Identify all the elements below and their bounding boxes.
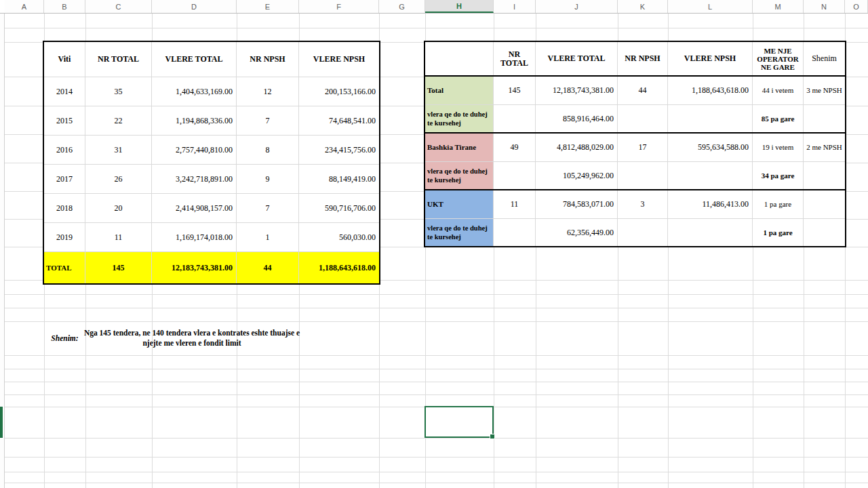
- cell-vlere[interactable]: 1,188,643,618.00: [668, 77, 753, 104]
- cell-vlere[interactable]: [668, 219, 753, 246]
- column-header-o[interactable]: O: [845, 0, 868, 13]
- cell-vlere[interactable]: 88,149,419.00: [299, 165, 379, 193]
- cell-vlere[interactable]: 4,812,488,029.00: [536, 134, 618, 161]
- cell-nr[interactable]: 44: [237, 252, 299, 283]
- cell-nr[interactable]: 26: [85, 165, 152, 193]
- cell-viti[interactable]: 2015: [44, 106, 85, 135]
- header-operator[interactable]: ME NJE OPERATOR NE GARE: [753, 42, 804, 75]
- cell-shenim[interactable]: [804, 219, 845, 246]
- header-nr-npsh[interactable]: NR NPSH: [618, 42, 668, 75]
- header-vlere-total[interactable]: VLERE TOTAL: [536, 42, 618, 75]
- cell-nr[interactable]: 17: [618, 134, 668, 161]
- cell-vlere[interactable]: 858,916,464.00: [536, 105, 618, 132]
- cell-nr[interactable]: 1: [237, 223, 299, 251]
- cell-vlere[interactable]: 1,188,643,618.00: [299, 252, 379, 283]
- cell-vlere[interactable]: 1,194,868,336.00: [152, 106, 237, 135]
- selected-cell[interactable]: [425, 406, 494, 438]
- cell-nr[interactable]: 11: [85, 223, 152, 251]
- cell-vlere[interactable]: 12,183,743,381.00: [152, 252, 237, 283]
- cell-nr[interactable]: 49: [494, 134, 536, 161]
- cell-nr[interactable]: 31: [85, 136, 152, 164]
- column-header-f[interactable]: F: [299, 0, 379, 13]
- column-header-n[interactable]: N: [804, 0, 845, 13]
- header-shenim[interactable]: Shenim: [804, 42, 845, 75]
- cell-vlere[interactable]: 12,183,743,381.00: [536, 77, 618, 104]
- column-header-m[interactable]: M: [753, 0, 804, 13]
- cell-vlere[interactable]: 11,486,413.00: [668, 190, 753, 218]
- cell-operator[interactable]: 34 pa gare: [753, 162, 804, 189]
- cell-vlere[interactable]: 590,716,706.00: [299, 194, 379, 222]
- cell-nr[interactable]: 7: [237, 194, 299, 222]
- column-header-k[interactable]: K: [618, 0, 668, 13]
- cell-vlere[interactable]: 595,634,588.00: [668, 134, 753, 161]
- cell-nr[interactable]: 12: [237, 77, 299, 106]
- cell-operator[interactable]: 44 i vetem: [753, 77, 804, 104]
- note-text[interactable]: Nga 145 tendera, ne 140 tendera vlera e …: [79, 321, 305, 355]
- column-header-l[interactable]: L: [668, 0, 753, 13]
- cell-nr[interactable]: 3: [618, 190, 668, 218]
- column-header-a[interactable]: A: [5, 0, 44, 13]
- cell-label[interactable]: UKT: [425, 190, 494, 218]
- cell-nr[interactable]: [618, 219, 668, 246]
- cell-vlere[interactable]: 2,414,908,157.00: [152, 194, 237, 222]
- cell-nr[interactable]: 11: [494, 190, 536, 218]
- column-header-j[interactable]: J: [536, 0, 618, 13]
- header-nr-total[interactable]: NR TOTAL: [85, 42, 152, 77]
- cell-vlere[interactable]: 3,242,718,891.00: [152, 165, 237, 193]
- cell-vlere[interactable]: [668, 162, 753, 189]
- cell-nr[interactable]: 8: [237, 136, 299, 164]
- cell-vlere[interactable]: [668, 105, 753, 132]
- cell-vlere[interactable]: 1,404,633,169.00: [152, 77, 237, 106]
- cell-viti[interactable]: 2016: [44, 136, 85, 164]
- cell-operator[interactable]: 19 i vetem: [753, 134, 804, 161]
- cell-operator[interactable]: 1 pa gare: [753, 219, 804, 246]
- cell-nr[interactable]: 35: [85, 77, 152, 106]
- cell-label[interactable]: vlera qe do te duhej te kursehej: [425, 162, 494, 189]
- header-blank[interactable]: [425, 42, 494, 75]
- cell-shenim[interactable]: 3 me NPSH: [804, 77, 845, 104]
- cell-vlere[interactable]: 1,169,174,018.00: [152, 223, 237, 251]
- cell-viti[interactable]: 2018: [44, 194, 85, 222]
- cell-vlere[interactable]: 105,249,962.00: [536, 162, 618, 189]
- column-header-e[interactable]: E: [237, 0, 299, 13]
- cell-shenim[interactable]: [804, 162, 845, 189]
- cell-label[interactable]: Total: [425, 77, 494, 104]
- cell-nr[interactable]: 22: [85, 106, 152, 135]
- cell-operator[interactable]: 85 pa gare: [753, 105, 804, 132]
- cell-shenim[interactable]: 2 me NPSH: [804, 134, 845, 161]
- cell-nr[interactable]: [618, 162, 668, 189]
- cell-nr[interactable]: [618, 105, 668, 132]
- header-vlere-npsh[interactable]: VLERE NPSH: [299, 42, 379, 77]
- column-header-d[interactable]: D: [152, 0, 237, 13]
- cell-nr[interactable]: [494, 105, 536, 132]
- header-vlere-total[interactable]: VLERE TOTAL: [152, 42, 237, 77]
- cell-label[interactable]: vlera qe do te duhej te kursehej: [425, 219, 494, 246]
- cell-vlere[interactable]: 74,648,541.00: [299, 106, 379, 135]
- cell-nr[interactable]: 145: [494, 77, 536, 104]
- column-header-g[interactable]: G: [379, 0, 425, 13]
- column-header-i[interactable]: I: [494, 0, 536, 13]
- cell-operator[interactable]: 1 pa gare: [753, 190, 804, 218]
- cell-vlere[interactable]: 62,356,449.00: [536, 219, 618, 246]
- cell-viti[interactable]: 2017: [44, 165, 85, 193]
- cell-nr[interactable]: 7: [237, 106, 299, 135]
- column-header-b[interactable]: B: [44, 0, 85, 13]
- cell-shenim[interactable]: [804, 105, 845, 132]
- cell-viti[interactable]: 2014: [44, 77, 85, 106]
- cell-vlere[interactable]: 2,757,440,810.00: [152, 136, 237, 164]
- cell-nr[interactable]: 9: [237, 165, 299, 193]
- cell-vlere[interactable]: 560,030.00: [299, 223, 379, 251]
- cell-nr[interactable]: [494, 219, 536, 246]
- cell-vlere[interactable]: 784,583,071.00: [536, 190, 618, 218]
- cell-nr[interactable]: 44: [618, 77, 668, 104]
- cell-label[interactable]: Bashkia Tirane: [425, 134, 494, 161]
- column-header-c[interactable]: C: [85, 0, 152, 13]
- cell-shenim[interactable]: [804, 190, 845, 218]
- cell-label[interactable]: vlera qe do te duhej te kursehej: [425, 105, 494, 132]
- header-nr-npsh[interactable]: NR NPSH: [237, 42, 299, 77]
- cell-viti[interactable]: 2019: [44, 223, 85, 251]
- cell-vlere[interactable]: 200,153,166.00: [299, 77, 379, 106]
- fill-handle[interactable]: [490, 434, 495, 439]
- header-viti[interactable]: Viti: [44, 42, 85, 77]
- cell-nr[interactable]: 20: [85, 194, 152, 222]
